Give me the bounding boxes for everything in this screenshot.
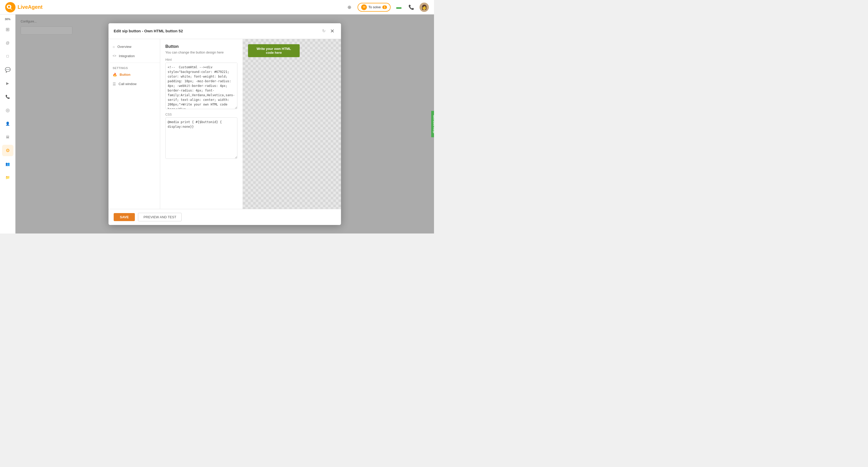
svg-point-2 <box>8 6 10 8</box>
modal-footer: SAVE PREVIEW AND TEST <box>108 209 341 225</box>
nav-label-overview: Overview <box>117 45 131 49</box>
css-label: CSS <box>165 113 238 116</box>
preview-area: Write your own HTML code here <box>243 39 341 209</box>
to-solve-icon: ✉ <box>361 4 367 10</box>
nav-label-button: Button <box>120 72 130 77</box>
topbar-right: ⊕ ✉ To solve 1 ▬ 📞 👩 <box>345 3 429 12</box>
close-button[interactable]: ✕ <box>329 27 336 35</box>
to-solve-label: To solve <box>368 5 381 9</box>
modal-content: Button You can change the button design … <box>160 39 341 209</box>
sidebar-item-settings[interactable]: ⚙ <box>2 145 13 156</box>
sidebar-item-video[interactable]: ▶ <box>2 78 13 89</box>
modal-title: Edit sip button - Own HTML button 52 <box>114 29 183 33</box>
preview-html-button: Write your own HTML code here <box>248 44 300 57</box>
form-area: Button You can change the button design … <box>160 39 243 209</box>
status-button[interactable]: ▬ <box>395 3 403 11</box>
edit-modal: Edit sip button - Own HTML button 52 ↻ ✕… <box>108 23 341 225</box>
nav-item-call-window[interactable]: ☰ Call window <box>108 79 160 89</box>
progress-percent: 30% <box>5 18 10 21</box>
sidebar-item-calls[interactable]: 📞 <box>2 91 13 103</box>
css-textarea[interactable]: @media print { #{$buttonid} { display:no… <box>165 117 238 159</box>
sidebar-item-agents[interactable]: 👥 <box>2 158 13 170</box>
overview-icon: ○ <box>113 45 115 49</box>
to-solve-button[interactable]: ✉ To solve 1 <box>358 3 391 12</box>
nav-item-overview[interactable]: ○ Overview <box>108 42 160 52</box>
sidebar: 30% ⊞ @ ☐ 💬 ▶ 📞 ◎ 👤 🏛 ⚙ 👥 📁 <box>0 14 16 233</box>
form-section-title: Button <box>165 44 238 49</box>
settings-section-label: Settings <box>108 65 160 70</box>
modal-body: ○ Overview <> Integration Settings 🔥 But… <box>108 39 341 209</box>
to-solve-badge: 1 <box>382 5 387 9</box>
button-nav-icon: 🔥 <box>113 72 117 77</box>
form-description: You can change the button design here <box>165 51 238 54</box>
logo: LiveAgent <box>5 2 43 12</box>
integration-icon: <> <box>113 54 116 58</box>
main-layout: 30% ⊞ @ ☐ 💬 ▶ 📞 ◎ 👤 🏛 ⚙ 👥 📁 Configure...… <box>0 14 434 233</box>
sidebar-item-reports[interactable]: ◎ <box>2 105 13 116</box>
sidebar-item-knowledge[interactable]: 🏛 <box>2 132 13 143</box>
call-window-icon: ☰ <box>113 82 116 86</box>
sidebar-item-tickets[interactable]: ☐ <box>2 51 13 62</box>
html-textarea[interactable]: <!-- CustomHtml --><div style="backgroun… <box>165 63 238 109</box>
sidebar-item-chat[interactable]: 💬 <box>2 64 13 76</box>
preview-and-test-button[interactable]: PREVIEW AND TEST <box>138 213 182 221</box>
topbar: LiveAgent ⊕ ✉ To solve 1 ▬ 📞 👩 <box>0 0 434 14</box>
liveagent-logo-icon <box>5 2 16 12</box>
logo-text: LiveAgent <box>18 4 43 10</box>
user-avatar[interactable]: 👩 <box>420 3 429 12</box>
nav-item-integration[interactable]: <> Integration <box>108 52 160 60</box>
add-button[interactable]: ⊕ <box>345 3 353 11</box>
nav-item-button[interactable]: 🔥 Button <box>108 70 160 79</box>
phone-button[interactable]: 📞 <box>407 3 415 11</box>
modal-nav: ○ Overview <> Integration Settings 🔥 But… <box>108 39 160 209</box>
nav-label-call-window: Call window <box>119 82 136 86</box>
sidebar-item-email[interactable]: @ <box>2 37 13 49</box>
sidebar-item-contacts[interactable]: 👤 <box>2 118 13 129</box>
content-area: Configure... Edit sip button - Own HTML … <box>16 14 434 233</box>
sidebar-item-departments[interactable]: 📁 <box>2 172 13 183</box>
modal-header: Edit sip button - Own HTML button 52 ↻ ✕ <box>108 23 341 39</box>
html-label: Html <box>165 58 238 62</box>
live-help-tab[interactable]: Get Live Help <box>431 111 434 137</box>
sidebar-item-dashboard[interactable]: ⊞ <box>2 24 13 35</box>
nav-label-integration: Integration <box>119 54 134 58</box>
save-button[interactable]: SAVE <box>114 213 135 221</box>
refresh-icon[interactable]: ↻ <box>322 28 326 33</box>
